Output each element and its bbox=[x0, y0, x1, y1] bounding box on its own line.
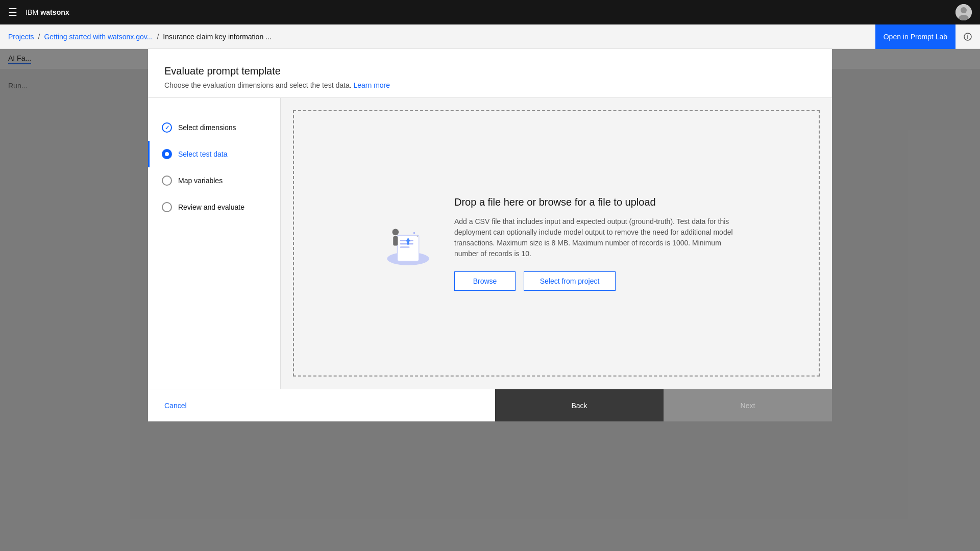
stepper: Select dimensions Select test data Map v… bbox=[148, 98, 281, 389]
brand-logo: IBM watsonx bbox=[26, 8, 69, 16]
modal: Evaluate prompt template Choose the eval… bbox=[148, 49, 832, 421]
cancel-button[interactable]: Cancel bbox=[148, 389, 495, 421]
next-button[interactable]: Next bbox=[664, 389, 832, 421]
drop-zone-title: Drop a file here or browse for a file to… bbox=[454, 196, 735, 208]
svg-rect-12 bbox=[393, 236, 398, 245]
step-icon-pending-2 bbox=[162, 202, 172, 212]
brand-name: watsonx bbox=[40, 8, 69, 16]
step-select-dimensions[interactable]: Select dimensions bbox=[148, 114, 280, 141]
breadcrumb-projects[interactable]: Projects bbox=[8, 33, 34, 41]
svg-point-11 bbox=[392, 229, 399, 235]
navbar: ☰ IBM watsonx bbox=[0, 0, 980, 24]
modal-title: Evaluate prompt template bbox=[164, 65, 816, 77]
breadcrumb-bar: Projects / Getting started with watsonx.… bbox=[0, 24, 980, 49]
modal-header: Evaluate prompt template Choose the eval… bbox=[148, 49, 832, 98]
svg-rect-14 bbox=[407, 241, 409, 244]
learn-more-link[interactable]: Learn more bbox=[353, 81, 390, 89]
browse-button[interactable]: Browse bbox=[454, 271, 516, 291]
drop-zone-description: Add a CSV file that includes input and e… bbox=[454, 216, 735, 259]
modal-overlay: Evaluate prompt template Choose the eval… bbox=[0, 49, 980, 551]
step-label-select-test-data: Select test data bbox=[178, 150, 228, 158]
drop-zone[interactable]: Drop a file here or browse for a file to… bbox=[293, 110, 820, 377]
drop-zone-inner: Drop a file here or browse for a file to… bbox=[378, 196, 735, 291]
avatar[interactable] bbox=[955, 4, 972, 20]
modal-subtitle: Choose the evaluation dimensions and sel… bbox=[164, 81, 816, 89]
step-map-variables[interactable]: Map variables bbox=[148, 167, 280, 194]
step-label-map-variables: Map variables bbox=[178, 177, 223, 185]
select-from-project-button[interactable]: Select from project bbox=[524, 271, 616, 291]
svg-rect-9 bbox=[400, 243, 413, 244]
info-icon-button[interactable] bbox=[955, 24, 980, 49]
step-select-test-data[interactable]: Select test data bbox=[148, 141, 280, 167]
open-prompt-lab-button[interactable]: Open in Prompt Lab bbox=[875, 24, 955, 49]
svg-point-15 bbox=[413, 232, 415, 234]
drop-zone-text-area: Drop a file here or browse for a file to… bbox=[454, 196, 735, 291]
step-icon-current bbox=[162, 149, 172, 159]
breadcrumb-sep-1: / bbox=[38, 33, 40, 41]
breadcrumb-current: Insurance claim key information ... bbox=[163, 33, 271, 41]
content-area: Drop a file here or browse for a file to… bbox=[281, 98, 832, 389]
modal-footer: Cancel Back Next bbox=[148, 389, 832, 421]
breadcrumb-sep-2: / bbox=[157, 33, 159, 41]
modal-body: Select dimensions Select test data Map v… bbox=[148, 98, 832, 389]
svg-point-16 bbox=[417, 236, 419, 237]
svg-point-1 bbox=[961, 7, 967, 13]
upload-illustration bbox=[378, 214, 434, 272]
back-button[interactable]: Back bbox=[495, 389, 664, 421]
step-label-select-dimensions: Select dimensions bbox=[178, 123, 236, 132]
menu-icon[interactable]: ☰ bbox=[8, 6, 17, 18]
svg-rect-10 bbox=[400, 246, 409, 247]
page-background: AI Fa... Run... Evaluate prompt template… bbox=[0, 49, 980, 551]
step-icon-completed bbox=[162, 122, 172, 133]
step-review-evaluate[interactable]: Review and evaluate bbox=[148, 194, 280, 220]
breadcrumb: Projects / Getting started with watsonx.… bbox=[8, 33, 272, 41]
step-label-review-evaluate: Review and evaluate bbox=[178, 203, 244, 211]
drop-zone-buttons: Browse Select from project bbox=[454, 271, 735, 291]
breadcrumb-getting-started[interactable]: Getting started with watsonx.gov... bbox=[44, 33, 153, 41]
step-icon-pending-1 bbox=[162, 176, 172, 186]
svg-point-5 bbox=[967, 35, 968, 36]
svg-rect-4 bbox=[967, 36, 968, 39]
